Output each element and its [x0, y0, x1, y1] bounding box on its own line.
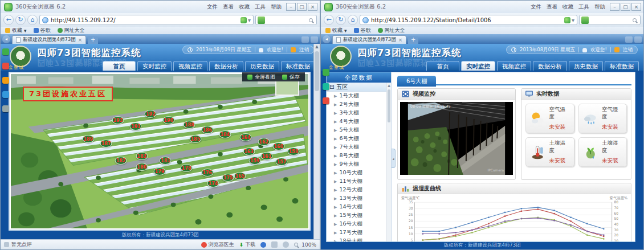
tree-expand-icon[interactable]: ▶ [334, 111, 337, 116]
nav-tab-历史数据[interactable]: 历史数据 [245, 61, 279, 71]
bookmark-item-2[interactable]: 网址大全 [58, 27, 85, 34]
tree-item-12号大棚[interactable]: ▶12号大棚 [327, 186, 386, 194]
greenhouse-badge-186[interactable]: 186 [201, 126, 213, 134]
tree-expand-icon[interactable]: ▶ [334, 137, 337, 141]
mute-icon[interactable] [283, 241, 289, 248]
search-input[interactable] [267, 17, 307, 23]
temperature-humidity-chart[interactable]: 05101520253035010203040506070800:002:004… [400, 195, 629, 241]
sidebar-collapse-handle[interactable]: ◂ [392, 149, 396, 168]
greenhouse-badge-165[interactable]: 165 [234, 172, 246, 180]
bookmark-item-1[interactable]: 谷歌 [354, 27, 371, 34]
greenhouse-badge-160[interactable]: 160 [272, 142, 284, 150]
title-bar[interactable]: 360安全浏览器 6.2 文件查看收藏工具帮助 – ▢ × [1, 1, 320, 13]
close-tab-icon[interactable]: × [78, 37, 83, 43]
refresh-button[interactable]: ↻ [15, 15, 26, 25]
nav-tab-首页[interactable]: 首页 [426, 61, 459, 71]
sidebar-scrollbar[interactable]: ▲ [386, 83, 391, 241]
greenhouse-badge-189[interactable]: 189 [82, 135, 94, 143]
back-button[interactable]: ← [324, 15, 334, 25]
menu-item-查看[interactable]: 查看 [547, 3, 557, 11]
tab-list-icon[interactable] [634, 36, 642, 43]
greenhouse-badge-187[interactable]: 187 [100, 140, 112, 147]
desktop-shortcut-icon[interactable] [323, 83, 329, 90]
back-button[interactable]: ← [3, 15, 14, 25]
scrollbar-thumb[interactable] [315, 51, 319, 91]
greenhouse-badge-181[interactable]: 181 [160, 157, 172, 165]
browser-tab[interactable]: 新疆建设兵团第4师73团 × [332, 35, 406, 44]
tree-expand-icon[interactable]: ▶ [334, 205, 337, 210]
menu-item-帮助[interactable]: 帮助 [594, 3, 605, 11]
nav-tab-首页[interactable]: 首页 [103, 61, 136, 71]
greenhouse-tab[interactable]: 6号大棚 [397, 76, 436, 87]
tab-list-icon[interactable] [311, 36, 318, 43]
tree-root-node[interactable]: ⊟ 五区 [327, 83, 391, 92]
desktop-shortcut-icon[interactable] [2, 48, 9, 55]
greenhouse-badge-179[interactable]: 179 [154, 167, 166, 175]
tree-item-10号大棚[interactable]: ▶10号大棚 [327, 169, 386, 177]
greenhouse-badge-176[interactable]: 176 [201, 169, 213, 177]
zoom-control[interactable]: 100% [294, 242, 316, 248]
close-button[interactable]: × [308, 3, 317, 11]
nav-tab-实时监控[interactable]: 实时监控 [137, 61, 172, 71]
logout-link[interactable]: 注销 [623, 47, 633, 54]
favorites-menu[interactable]: 收藏 ▾ [325, 27, 347, 34]
greenhouse-badge-183[interactable]: 183 [136, 152, 148, 160]
nav-tab-数据分析[interactable]: 数据分析 [533, 61, 567, 71]
greenhouse-badge-174[interactable]: 174 [207, 179, 219, 187]
menu-item-文件[interactable]: 文件 [207, 3, 218, 11]
tab-scroll-left-button[interactable]: ◂ [323, 35, 331, 43]
menu-item-工具[interactable]: 工具 [255, 3, 266, 11]
menu-item-查看[interactable]: 查看 [223, 3, 234, 11]
desktop-shortcut-icon[interactable] [323, 97, 329, 104]
maximize-button[interactable]: ▢ [621, 3, 630, 11]
tree-expand-icon[interactable]: ▶ [334, 188, 337, 192]
restore-tabs-icon[interactable] [301, 36, 309, 43]
greenhouse-badge-191[interactable]: 191 [130, 122, 142, 130]
page-scrollbar[interactable]: ▲ [313, 44, 320, 239]
scroll-up-icon[interactable]: ▲ [387, 83, 391, 88]
desktop-shortcut-icon[interactable] [2, 91, 9, 98]
search-input[interactable] [590, 17, 631, 23]
tree-item-9号大棚[interactable]: ▶9号大棚 [327, 160, 386, 169]
tree-item-17号大棚[interactable]: ▶17号大棚 [327, 228, 386, 237]
tab-scroll-left-button[interactable]: ◂ [2, 35, 10, 43]
compat-mode[interactable]: ▾ [241, 17, 251, 23]
greenhouse-badge-188[interactable]: 188 [184, 121, 195, 129]
tree-expand-icon[interactable]: ▶ [334, 154, 337, 158]
logout-link[interactable]: 注销 [299, 47, 309, 54]
soil-temperature-card[interactable]: 土壤温度 未安装 [525, 137, 574, 167]
menu-item-收藏[interactable]: 收藏 [239, 3, 250, 11]
address-bar[interactable]: http://49.115.209.122/Station/Detail/100… [360, 15, 577, 25]
tree-expand-icon[interactable]: ▶ [334, 171, 337, 175]
tree-item-3号大棚[interactable]: ▶3号大棚 [327, 109, 386, 117]
greenhouse-badge-192[interactable]: 192 [145, 110, 157, 118]
bookmark-item-2[interactable]: 网址大全 [378, 27, 405, 34]
tree-item-15号大棚[interactable]: ▶15号大棚 [327, 211, 386, 220]
greenhouse-badge-182[interactable]: 182 [115, 157, 127, 165]
new-tab-button[interactable]: + [408, 36, 418, 44]
desktop-shortcut-icon[interactable] [2, 105, 9, 112]
search-box[interactable] [255, 15, 317, 25]
tree-item-4号大棚[interactable]: ▶4号大棚 [327, 117, 386, 126]
tree-expand-icon[interactable]: ▶ [334, 222, 337, 227]
address-bar[interactable]: http://49.115.209.122/ ▾ [39, 15, 254, 25]
save-button[interactable]: 保存 [282, 73, 300, 81]
greenhouse-badge-163[interactable]: 163 [243, 147, 255, 155]
greenhouse-badge-158[interactable]: 158 [287, 147, 299, 155]
browser-doctor-button[interactable]: 浏览器医生 [201, 241, 234, 248]
plugin-icon[interactable] [260, 242, 266, 248]
greenhouse-badge-178[interactable]: 178 [180, 164, 192, 172]
greenhouse-badge-184[interactable]: 184 [219, 130, 231, 138]
tree-expand-icon[interactable]: ▶ [334, 145, 337, 150]
menu-item-文件[interactable]: 文件 [531, 3, 541, 11]
restore-tabs-icon[interactable] [625, 36, 633, 43]
greenhouse-badge-157[interactable]: 157 [276, 158, 288, 166]
panel-icon[interactable] [271, 241, 278, 248]
browser-tab[interactable]: 新疆建设兵团第4师73团 × [12, 35, 86, 44]
tree-item-2号大棚[interactable]: ▶2号大棚 [327, 100, 386, 109]
tree-item-6号大棚[interactable]: ▶6号大棚 [327, 134, 386, 143]
air-temperature-card[interactable]: 空气温度 未安装 [525, 104, 574, 133]
greenhouse-badge-164[interactable]: 164 [240, 133, 252, 141]
nav-tab-数据分析[interactable]: 数据分析 [209, 61, 243, 71]
minimize-button[interactable]: – [610, 3, 619, 11]
